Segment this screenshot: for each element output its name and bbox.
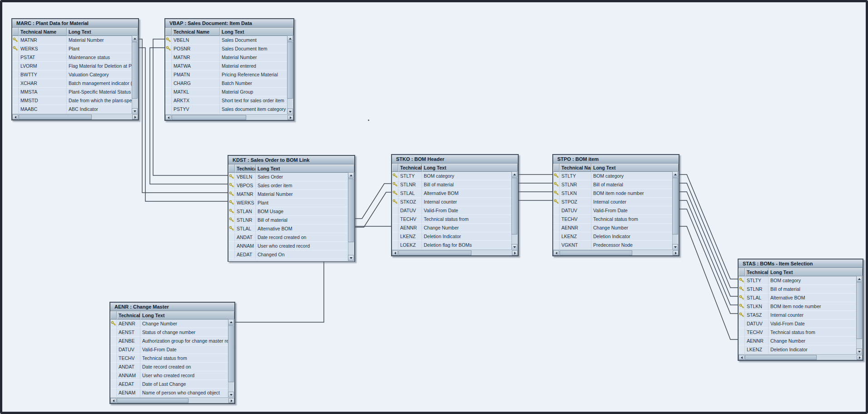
field-row[interactable]: STLNR Bill of material — [392, 180, 518, 189]
scroll-up-button[interactable] — [287, 35, 293, 41]
field-row[interactable]: STLAL Alternative BOM — [392, 189, 518, 198]
field-row[interactable]: TECHV Technical status from — [553, 215, 679, 224]
field-row[interactable]: LKENZ Deletion Indicator — [392, 232, 518, 241]
technical-name-header[interactable]: Technical Name — [398, 164, 422, 172]
table-vbap[interactable]: VBAP : Sales Document: Item Data Technic… — [164, 18, 294, 121]
table-marc[interactable]: MARC : Plant Data for Material Technical… — [11, 18, 139, 120]
long-text-header[interactable]: Long Text — [591, 164, 679, 172]
field-row[interactable]: AENNR Change Number — [392, 224, 518, 232]
field-row[interactable]: DATUV Valid-From Date — [392, 206, 518, 215]
field-row[interactable]: MMSTA Plant-Specific Material Status — [12, 88, 138, 96]
long-text-header[interactable]: Long Text — [256, 165, 354, 173]
scroll-left-button[interactable] — [739, 355, 744, 360]
vertical-scrollbar[interactable] — [511, 171, 518, 250]
field-row[interactable]: AEDAT Changed On — [228, 250, 354, 259]
field-row[interactable]: AENNR Change Number — [739, 337, 863, 345]
field-row[interactable]: PSTYV Sales document item category — [165, 105, 293, 114]
scroll-right-button[interactable] — [512, 250, 518, 255]
field-row[interactable]: LKENZ Deletion Indicator — [553, 232, 679, 241]
field-row[interactable]: PMATN Pricing Reference Material — [165, 70, 293, 79]
field-row[interactable]: STLNR Bill of material — [553, 180, 679, 189]
scroll-up-button[interactable] — [672, 171, 678, 177]
field-row[interactable]: LOEKZ Deletion flag for BOMs — [392, 241, 518, 249]
vertical-scroll-thumb[interactable] — [132, 42, 138, 99]
technical-name-header[interactable]: Technical Name — [560, 164, 591, 172]
field-row[interactable]: AENNR Change Number — [110, 319, 234, 328]
horizontal-scroll-thumb[interactable] — [172, 115, 246, 120]
field-row[interactable]: TECHV Technical status from — [110, 354, 234, 363]
field-row[interactable]: ARKTX Short text for sales order item — [165, 96, 293, 105]
field-row[interactable]: MATNR Material Number — [228, 190, 354, 199]
field-row[interactable]: ANNAM User who created record — [228, 242, 354, 250]
vertical-scroll-thumb[interactable] — [228, 325, 234, 382]
horizontal-scrollbar[interactable] — [392, 249, 518, 255]
horizontal-scrollbar[interactable] — [553, 249, 679, 255]
scroll-right-button[interactable] — [857, 355, 863, 360]
scroll-right-button[interactable] — [132, 115, 138, 120]
technical-name-header[interactable]: Technical Name — [745, 268, 769, 276]
field-row[interactable]: AENNR Change Number — [553, 224, 679, 232]
table-stas[interactable]: STAS : BOMs - Item Selection Technical N… — [738, 259, 863, 361]
vertical-scroll-thumb[interactable] — [348, 179, 354, 242]
field-row[interactable]: DATUV Valid-From Date — [739, 319, 863, 328]
table-title-bar[interactable]: AENR : Change Master — [110, 303, 234, 311]
field-row[interactable]: MMSTD Date from which the plant-spec — [12, 96, 138, 105]
field-row[interactable]: STLAL Alternative BOM — [228, 224, 354, 233]
field-row[interactable]: MATKL Material Group — [165, 88, 293, 96]
field-row[interactable]: AENBE Authorization group for change mas… — [110, 337, 234, 345]
field-row[interactable]: AENST Status of change number — [110, 328, 234, 337]
field-row[interactable]: WERKS Plant — [12, 45, 138, 53]
table-kdst[interactable]: KDST : Sales Order to BOM Link Technical… — [228, 155, 355, 262]
field-row[interactable]: STLAN BOM Usage — [228, 207, 354, 216]
field-row[interactable]: AENAM Name of person who changed object — [110, 389, 234, 397]
field-row[interactable]: STLTY BOM category — [392, 172, 518, 180]
horizontal-scrollbar[interactable] — [165, 114, 293, 120]
horizontal-scrollbar[interactable] — [12, 114, 138, 120]
field-row[interactable]: MATWA Material entered — [165, 62, 293, 70]
table-title-bar[interactable]: STPO : BOM item — [553, 155, 679, 164]
field-row[interactable]: LVORM Flag Material for Deletion at Pla — [12, 62, 138, 70]
field-row[interactable]: STKOZ Internal counter — [392, 198, 518, 206]
scroll-right-button[interactable] — [288, 115, 293, 120]
vertical-scrollbar[interactable] — [856, 276, 863, 354]
field-row[interactable]: VBELN Sales Order — [228, 173, 354, 181]
vertical-scrollbar[interactable] — [287, 35, 293, 115]
field-row[interactable]: PSTAT Maintenance status — [12, 53, 138, 62]
horizontal-scroll-thumb[interactable] — [745, 355, 817, 360]
field-row[interactable]: AEDAT Date of Last Change — [110, 380, 234, 389]
horizontal-scrollbar[interactable] — [739, 354, 863, 360]
table-title-bar[interactable]: KDST : Sales Order to BOM Link — [228, 156, 354, 165]
field-row[interactable]: STLNR Bill of material — [739, 285, 863, 294]
scroll-up-button[interactable] — [348, 172, 354, 178]
field-row[interactable]: STASZ Internal counter — [739, 311, 863, 319]
horizontal-scrollbar[interactable] — [110, 397, 234, 403]
table-stko[interactable]: STKO : BOM Header Technical Name Long Te… — [391, 154, 519, 256]
long-text-header[interactable]: Long Text — [140, 311, 234, 319]
field-row[interactable]: STLTY BOM category — [553, 172, 679, 180]
field-row[interactable]: CHARG Batch Number — [165, 79, 293, 88]
scroll-left-button[interactable] — [553, 250, 559, 255]
vertical-scroll-thumb[interactable] — [287, 42, 293, 99]
horizontal-scroll-thumb[interactable] — [398, 250, 471, 255]
field-row[interactable]: MAABC ABC Indicator — [12, 105, 138, 114]
vertical-scrollbar[interactable] — [132, 35, 138, 114]
scroll-up-button[interactable] — [511, 171, 517, 177]
long-text-header[interactable]: Long Text — [67, 28, 138, 36]
field-row[interactable]: TECHV Technical status from — [392, 215, 518, 224]
technical-name-header[interactable]: Technical Name — [235, 165, 256, 173]
field-row[interactable]: DATUV Valid-From Date — [553, 206, 679, 215]
horizontal-scroll-thumb[interactable] — [19, 115, 92, 120]
long-text-header[interactable]: Long Text — [769, 268, 863, 276]
long-text-header[interactable]: Long Text — [422, 164, 518, 172]
field-row[interactable]: MATNR Material Number — [165, 53, 293, 62]
field-row[interactable]: STPOZ Internal counter — [553, 198, 679, 206]
field-row[interactable]: TECHV Technical status from — [739, 328, 863, 337]
field-row[interactable]: LKENZ Deletion Indicator — [739, 345, 863, 354]
field-row[interactable]: DATUV Valid-From Date — [110, 345, 234, 354]
scroll-right-button[interactable] — [673, 250, 679, 255]
field-row[interactable]: VBPOS Sales order item — [228, 181, 354, 190]
scroll-left-button[interactable] — [165, 115, 171, 120]
technical-name-header[interactable]: Technical Name — [19, 28, 67, 36]
vertical-scroll-thumb[interactable] — [511, 178, 517, 234]
field-row[interactable]: XCHAR Batch management indicator (ir — [12, 79, 138, 88]
